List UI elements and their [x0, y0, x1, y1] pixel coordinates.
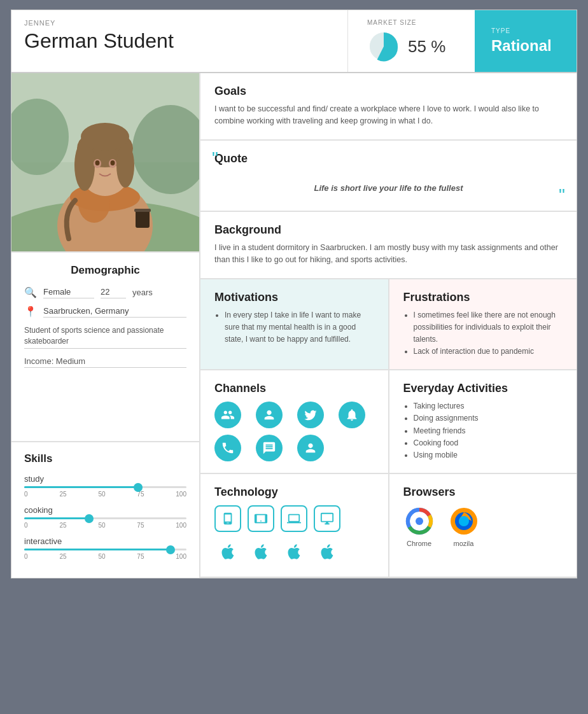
age-field: 22	[101, 286, 126, 298]
background-text: I live in a student dormitory in Saarbru…	[214, 242, 563, 267]
tech-browsers-grid: Technology	[199, 474, 577, 578]
everyday-activities-section: Everyday Activities Taking lectures Doin…	[388, 370, 577, 474]
svg-point-17	[95, 160, 100, 165]
tech-icon-phone	[214, 505, 241, 532]
quote-close-icon: "	[559, 186, 565, 204]
skills-title: Skills	[24, 452, 186, 465]
channels-icon-grid	[214, 402, 374, 461]
svg-point-13	[116, 143, 134, 188]
skill-slider-cooking[interactable]	[24, 517, 186, 519]
everyday-list: Taking lectures Doing assignments Meetin…	[403, 400, 563, 461]
income-field: Income: Medium	[24, 355, 186, 368]
years-label: years	[132, 288, 153, 297]
channel-icon-notify	[339, 402, 365, 428]
chrome-label: Chrome	[407, 540, 431, 547]
browser-item-firefox: mozila	[448, 505, 480, 547]
tech-icon-monitor	[314, 505, 340, 532]
apple-icon-2	[248, 538, 274, 565]
header: JENNEY German Student MARKET SIZE 55 %	[11, 10, 577, 73]
quote-open-icon: "	[212, 150, 218, 167]
frustration-item-1: I sometimes feel like there are not enou…	[414, 309, 563, 346]
firefox-label: mozila	[454, 540, 474, 547]
frustrations-list: I sometimes feel like there are not enou…	[403, 309, 563, 358]
skill-ticks-study: 0255075100	[24, 491, 186, 498]
frustrations-section: Frustrations I sometimes feel like there…	[388, 279, 577, 371]
goals-title: Goals	[214, 85, 563, 98]
type-value: Rational	[491, 37, 560, 55]
background-title: Background	[214, 223, 563, 237]
activity-item-3: Meeting friends	[414, 425, 563, 437]
svg-point-18	[111, 160, 115, 165]
persona-card: JENNEY German Student MARKET SIZE 55 %	[11, 10, 577, 578]
svg-rect-19	[136, 210, 150, 228]
channel-icon-user2	[297, 435, 324, 461]
header-market-section: MARKET SIZE 55 %	[347, 10, 475, 72]
skill-slider-study[interactable]	[24, 486, 186, 488]
skill-ticks-interactive: 0255075100	[24, 553, 186, 560]
background-section: Background I live in a student dormitory…	[199, 212, 577, 279]
channels-title: Channels	[214, 382, 374, 395]
goals-text: I want to be successful and find/ create…	[214, 103, 563, 128]
channel-icon-group	[214, 402, 241, 428]
channel-icon-twitter	[297, 402, 324, 428]
header-name-section: JENNEY German Student	[11, 10, 347, 72]
person-icon: 🔍	[24, 286, 37, 298]
quote-title: Quote	[214, 152, 563, 165]
svg-point-27	[459, 516, 469, 526]
channel-icon-person	[256, 402, 283, 428]
technology-title: Technology	[214, 486, 374, 499]
quote-section: Quote " Life is short live your life to …	[199, 141, 577, 212]
channel-icon-chat	[256, 435, 283, 461]
left-column: Demographic 🔍 Female 22 years 📍 Saarbruc…	[11, 73, 199, 578]
main-grid: Demographic 🔍 Female 22 years 📍 Saarbruc…	[11, 73, 577, 578]
svg-point-14	[81, 123, 129, 151]
right-column: Goals I want to be successful and find/ …	[199, 73, 577, 578]
header-type-section: TYPE Rational	[475, 10, 577, 72]
location-icon: 📍	[24, 305, 37, 318]
browsers-section: Browsers	[388, 474, 577, 578]
channels-everyday-grid: Channels	[199, 370, 577, 474]
firefox-icon	[448, 505, 480, 537]
skill-label-cooking: cooking	[24, 505, 186, 515]
skill-ticks-cooking: 0255075100	[24, 522, 186, 529]
quote-text: Life is short live your life to the full…	[214, 171, 563, 199]
location-row: 📍 Saarbrucken, Germany	[24, 305, 186, 318]
demographic-section: Demographic 🔍 Female 22 years 📍 Saarbruc…	[11, 251, 199, 441]
channel-icon-phone	[214, 435, 241, 461]
activity-item-5: Using mobile	[414, 449, 563, 461]
skill-slider-interactive[interactable]	[24, 549, 186, 550]
motivations-section: Motivations In every step I take in life…	[199, 279, 388, 371]
type-label: TYPE	[491, 27, 560, 34]
tech-icon-laptop	[281, 505, 307, 532]
market-percent: 55 %	[408, 37, 445, 57]
motivations-list: In every step I take in life I want to m…	[214, 309, 374, 346]
apple-icon-4	[314, 538, 340, 565]
portrait-svg	[11, 73, 199, 251]
browsers-title: Browsers	[403, 486, 563, 499]
apple-icon-3	[281, 538, 307, 565]
svg-rect-20	[134, 209, 151, 212]
skills-section: Skills study 0255075100 cooking	[11, 441, 199, 578]
market-size-label: MARKET SIZE	[367, 19, 445, 26]
photo-placeholder	[11, 73, 199, 251]
frustrations-title: Frustrations	[403, 291, 563, 304]
motiv-frustrations-grid: Motivations In every step I take in life…	[199, 279, 577, 371]
motivation-item-1: In every step I take in life I want to m…	[225, 309, 374, 346]
technology-section: Technology	[199, 474, 388, 578]
chrome-icon	[403, 505, 435, 537]
activity-item-4: Cooking food	[414, 437, 563, 449]
gender-field: Female	[43, 286, 94, 298]
persona-label: JENNEY	[24, 19, 335, 27]
everyday-title: Everyday Activities	[403, 382, 563, 395]
skill-label-interactive: interactive	[24, 536, 186, 546]
svg-point-24	[416, 517, 423, 525]
gender-age-row: 🔍 Female 22 years	[24, 286, 186, 298]
demographic-title: Demographic	[24, 264, 186, 277]
photo-box	[11, 73, 199, 251]
activity-item-1: Taking lectures	[414, 400, 563, 412]
motivations-title: Motivations	[214, 291, 374, 304]
frustration-item-2: Lack of interaction due to pandemic	[414, 346, 563, 358]
activity-item-2: Doing assignments	[414, 412, 563, 424]
tech-icon-tablet	[248, 505, 274, 532]
location-field: Saarbrucken, Germany	[43, 305, 186, 318]
